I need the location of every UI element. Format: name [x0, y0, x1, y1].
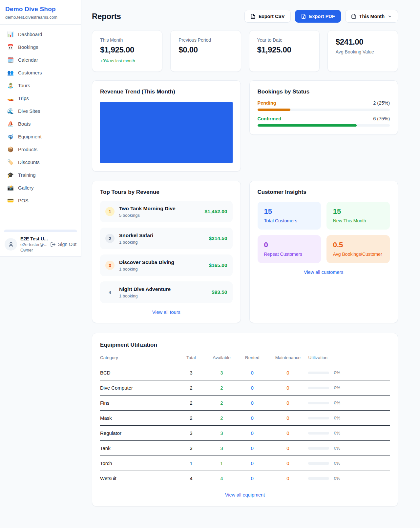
tour-bookings: 5 bookings — [119, 213, 200, 218]
column-header: Total — [176, 355, 206, 365]
main-content: Reports Export CSV Export PDF This Month… — [92, 0, 398, 506]
sidebar-item-boats[interactable]: ⛵ Boats — [4, 117, 77, 130]
insight-value: 0.5 — [333, 241, 383, 249]
user-info: E2E Test U... e2e-tester@... Owner — [20, 236, 47, 253]
sidebar-item-training[interactable]: 🎓 Training — [4, 169, 77, 181]
category-cell: Torch — [100, 456, 176, 471]
rank-badge: 4 — [105, 288, 115, 297]
brand-block: Demo Dive Shop demo.test.divestreams.com — [0, 0, 81, 25]
sidebar-item-label: Dashboard — [18, 31, 42, 37]
sidebar-item-calendar[interactable]: 🗓️ Calendar — [4, 53, 77, 66]
sidebar-item-dive-sites[interactable]: 🌊 Dive Sites — [4, 105, 77, 117]
status-row-confirmed: Confirmed 6 (75%) — [258, 116, 390, 127]
tour-name: Snorkel Safari — [119, 233, 204, 238]
view-all-tours-link[interactable]: View all tours — [152, 310, 180, 315]
tour-bookings: 1 booking — [119, 240, 204, 245]
status-count: 6 (75%) — [373, 116, 390, 121]
revenue-trend-title: Revenue Trend (This Month) — [100, 89, 233, 95]
person-icon — [8, 241, 14, 248]
status-bar-fill — [258, 109, 291, 111]
stats-row: This Month $1,925.00 +0% vs last month P… — [92, 30, 398, 72]
maintenance-cell: 0 — [267, 441, 308, 456]
rank-badge: 2 — [105, 234, 115, 243]
stat-value: $1,925.00 — [100, 45, 154, 54]
stat-card-this-month: This Month $1,925.00 +0% vs last month — [92, 30, 162, 72]
sidebar-item-pos[interactable]: 💳 POS — [4, 194, 77, 207]
table-row: BCD 3 3 0 0 0% — [100, 365, 390, 380]
pos-icon: 💳 — [7, 197, 14, 204]
utilization-text: 0% — [334, 461, 340, 466]
sidebar-item-label: Calendar — [18, 57, 38, 63]
sidebar-item-equipment[interactable]: 🤿 Equipment — [4, 130, 77, 143]
maintenance-cell: 0 — [267, 411, 308, 426]
user-footer: E2E Test U... e2e-tester@... Owner Sign … — [0, 232, 81, 256]
available-cell: 2 — [206, 411, 237, 426]
sidebar-item-bookings[interactable]: 📅 Bookings — [4, 41, 77, 53]
category-cell: Regulator — [100, 426, 176, 441]
export-csv-button[interactable]: Export CSV — [244, 10, 291, 23]
category-cell: Tank — [100, 441, 176, 456]
utilization-text: 0% — [334, 370, 340, 375]
calendar-icon: 🗓️ — [7, 57, 14, 63]
period-label: This Month — [359, 14, 385, 19]
export-pdf-button[interactable]: Export PDF — [295, 10, 341, 23]
insight-value: 15 — [333, 207, 383, 216]
stat-label: Year to Date — [257, 37, 311, 43]
table-row: Tank 3 3 0 0 0% — [100, 441, 390, 456]
status-count: 2 (25%) — [373, 100, 390, 106]
rented-cell: 0 — [237, 456, 267, 471]
available-cell: 3 — [206, 441, 237, 456]
period-select[interactable]: This Month — [345, 10, 398, 23]
utilization-text: 0% — [334, 385, 340, 390]
utilization-text: 0% — [334, 446, 340, 451]
tour-row: 4 Night Dive Adventure 1 booking $93.50 — [100, 281, 233, 303]
available-cell: 3 — [206, 365, 237, 380]
sidebar-item-reports-partial[interactable] — [4, 230, 77, 232]
insight-label: New This Month — [333, 218, 383, 223]
tour-amount: $93.50 — [212, 289, 227, 295]
total-cell: 2 — [176, 411, 206, 426]
products-icon: 📦 — [7, 146, 14, 152]
view-all-customers-link[interactable]: View all customers — [304, 270, 344, 275]
revenue-trend-card: Revenue Trend (This Month) — [92, 80, 241, 172]
stat-card-year-to-date: Year to Date $1,925.00 — [249, 30, 320, 72]
utilization-cell: 0% — [308, 426, 390, 441]
sidebar-item-gallery[interactable]: 📸 Gallery — [4, 181, 77, 194]
sidebar-item-trips[interactable]: 🚤 Trips — [4, 92, 77, 105]
sign-out-button[interactable]: Sign Out — [50, 242, 76, 247]
rented-cell: 0 — [237, 365, 267, 380]
view-all-equipment-link[interactable]: View all equipment — [225, 492, 265, 498]
table-row: Regulator 3 3 0 0 0% — [100, 426, 390, 441]
charts-row: Revenue Trend (This Month) Bookings by S… — [92, 80, 398, 172]
sidebar-item-tours[interactable]: 🏝️ Tours — [4, 79, 77, 92]
equipment-icon: 🤿 — [7, 133, 14, 140]
top-tours-card: Top Tours by Revenue 1 Two Tank Morning … — [92, 181, 241, 323]
insight-tile-new-this-month: 15 New This Month — [326, 202, 390, 230]
trips-icon: 🚤 — [7, 95, 14, 101]
sidebar-item-products[interactable]: 📦 Products — [4, 143, 77, 156]
sidebar-item-dashboard[interactable]: 📊 Dashboard — [4, 28, 77, 41]
total-cell: 3 — [176, 441, 206, 456]
category-cell: BCD — [100, 365, 176, 380]
customer-insights-card: Customer Insights 15 Total Customers 15 … — [249, 181, 398, 323]
utilization-text: 0% — [334, 476, 340, 481]
status-label: Pending — [258, 100, 276, 106]
equipment-utilization-card: Equipment Utilization Category Total Ava… — [92, 333, 398, 506]
sidebar-item-label: Bookings — [18, 44, 38, 50]
stat-value: $241.00 — [336, 37, 390, 47]
tour-row: 1 Two Tank Morning Dive 5 bookings $1,45… — [100, 201, 233, 222]
tour-bookings: 1 booking — [119, 294, 207, 298]
shop-name: Demo Dive Shop — [5, 6, 76, 13]
revenue-trend-chart — [100, 102, 233, 163]
page-header: Reports Export CSV Export PDF This Month — [92, 10, 398, 23]
utilization-bar — [308, 417, 329, 419]
sidebar-item-customers[interactable]: 👥 Customers — [4, 66, 77, 79]
user-name: E2E Test U... — [20, 236, 47, 241]
sidebar-item-label: Gallery — [18, 185, 34, 191]
status-bar-track — [258, 109, 390, 111]
shop-domain: demo.test.divestreams.com — [5, 15, 76, 20]
bookings-icon: 📅 — [7, 44, 14, 50]
maintenance-cell: 0 — [267, 456, 308, 471]
column-header: Category — [100, 355, 176, 365]
sidebar-item-discounts[interactable]: 🏷️ Discounts — [4, 156, 77, 169]
